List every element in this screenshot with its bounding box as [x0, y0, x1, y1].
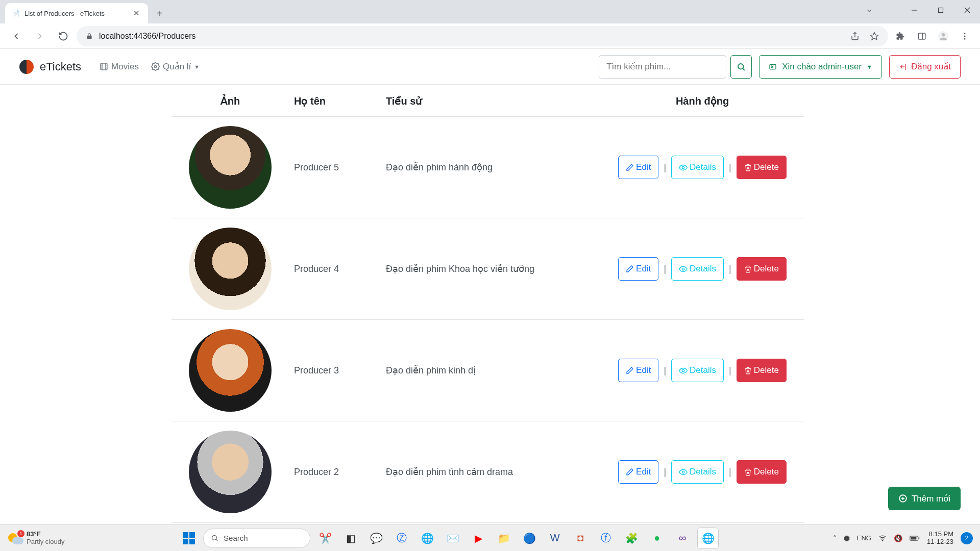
svg-point-27: [682, 369, 684, 371]
edit-button[interactable]: Edit: [618, 257, 658, 281]
svg-line-22: [743, 68, 745, 70]
address-bar[interactable]: localhost:44366/Producers: [77, 26, 888, 46]
taskbar-app-mail[interactable]: ✉️: [442, 528, 463, 549]
delete-button[interactable]: Delete: [737, 257, 787, 281]
edit-button[interactable]: Edit: [618, 460, 658, 484]
nav-manage-dropdown[interactable]: Quản lí ▼: [147, 58, 204, 75]
taskbar-app-chrome[interactable]: 🔵: [519, 528, 540, 549]
taskbar-app-taskview[interactable]: ◧: [340, 528, 361, 549]
weather-widget[interactable]: 1 83°F Partly cloudy: [0, 531, 64, 546]
th-actions: Hành động: [600, 85, 804, 117]
tray-security-icon[interactable]: ⬢: [844, 534, 850, 542]
taskbar-app-edge[interactable]: 🌐: [416, 528, 438, 549]
taskbar-app-explorer[interactable]: 📁: [493, 528, 514, 549]
taskbar-app-spotify[interactable]: ●: [646, 528, 668, 549]
producer-name: Producer 4: [289, 218, 381, 320]
producer-avatar: [189, 126, 272, 209]
film-icon: [100, 62, 108, 71]
minimize-button[interactable]: [901, 1, 927, 20]
details-button[interactable]: Details: [671, 156, 724, 179]
edit-button[interactable]: Edit: [618, 359, 658, 382]
taskbar-app-vs[interactable]: ∞: [672, 528, 693, 549]
close-window-button[interactable]: [954, 1, 980, 20]
wifi-icon[interactable]: [878, 534, 887, 542]
search-button[interactable]: [730, 55, 752, 79]
taskbar-app-powerpoint[interactable]: ◘: [570, 528, 591, 549]
forward-button[interactable]: [30, 26, 50, 46]
browser-tab[interactable]: 📄 List of Producers - eTickets ✕: [5, 3, 148, 23]
plus-circle-icon: [898, 494, 908, 503]
search-input[interactable]: [599, 55, 726, 79]
share-icon[interactable]: [850, 32, 860, 41]
kebab-menu-icon[interactable]: [955, 27, 974, 45]
taskbar-app-zalo[interactable]: Ⓩ: [391, 528, 412, 549]
eye-icon: [679, 163, 688, 172]
taskbar-search[interactable]: Search: [203, 529, 310, 548]
producer-avatar: [189, 431, 272, 513]
reload-button[interactable]: [53, 26, 74, 46]
svg-point-9: [942, 33, 945, 36]
svg-rect-1: [939, 8, 943, 13]
producer-bio: Đạo diễn phim Khoa học viễn tưởng: [381, 218, 600, 320]
close-tab-icon[interactable]: ✕: [131, 9, 142, 18]
taskbar-app-word[interactable]: W: [544, 528, 566, 549]
tray-chevron-icon[interactable]: ˄: [833, 534, 837, 542]
delete-button[interactable]: Delete: [737, 460, 787, 484]
user-menu-button[interactable]: Xin chào admin-user ▼: [759, 55, 882, 79]
notification-badge[interactable]: 2: [961, 532, 973, 544]
nav-movies[interactable]: Movies: [95, 59, 143, 75]
clock-time: 8:15 PM: [927, 531, 953, 538]
extensions-icon[interactable]: [891, 27, 910, 45]
svg-point-24: [771, 66, 773, 67]
details-button[interactable]: Details: [671, 359, 724, 382]
add-new-button[interactable]: Thêm mới: [888, 487, 961, 510]
taskbar-app-teams[interactable]: 💬: [365, 528, 387, 549]
taskbar-search-label: Search: [224, 534, 248, 542]
details-button[interactable]: Details: [671, 460, 724, 484]
th-bio: Tiểu sử: [381, 85, 600, 117]
trash-icon: [744, 265, 752, 273]
start-button[interactable]: [179, 528, 199, 548]
svg-point-34: [882, 540, 883, 541]
profile-icon[interactable]: [934, 27, 952, 45]
delete-button[interactable]: Delete: [737, 359, 787, 382]
taskbar-app-snip[interactable]: ✂️: [314, 528, 336, 549]
table-row: Producer 4 Đạo diễn phim Khoa học viễn t…: [172, 218, 804, 320]
logout-button[interactable]: Đăng xuất: [889, 55, 961, 79]
tab-title: List of Producers - eTickets: [24, 10, 127, 17]
clock[interactable]: 8:15 PM 11-12-23: [927, 531, 953, 546]
tray-lang[interactable]: ENG: [857, 534, 871, 542]
side-panel-icon[interactable]: [913, 27, 931, 45]
favicon-icon: 📄: [11, 9, 20, 18]
weather-badge: 1: [17, 530, 24, 537]
details-button[interactable]: Details: [671, 257, 724, 281]
taskbar-app-misc[interactable]: 🧩: [621, 528, 642, 549]
producer-bio: Đạo diễn phim kinh dị: [381, 320, 600, 421]
volume-icon[interactable]: 🔇: [894, 534, 902, 542]
bookmark-star-icon[interactable]: [870, 32, 879, 41]
maximize-button[interactable]: [928, 1, 953, 20]
svg-point-11: [964, 36, 966, 37]
back-button[interactable]: [6, 26, 27, 46]
battery-icon[interactable]: [910, 535, 920, 541]
brand[interactable]: eTickets: [19, 60, 81, 74]
id-card-icon: [769, 63, 777, 71]
svg-rect-23: [770, 64, 776, 69]
edit-button[interactable]: Edit: [618, 156, 658, 179]
app-navbar: eTickets Movies Quản lí ▼ Xin chào admin…: [0, 49, 980, 85]
tab-overflow-icon[interactable]: [866, 7, 873, 14]
taskbar-app-chrome-active[interactable]: 🌐: [697, 528, 719, 549]
svg-line-33: [216, 539, 217, 541]
th-photo: Ảnh: [172, 85, 289, 117]
separator: |: [664, 467, 666, 478]
weather-temp: 83°F: [27, 531, 64, 538]
taskbar-app-youtube[interactable]: ▶: [468, 528, 489, 549]
separator: |: [729, 467, 731, 478]
new-tab-button[interactable]: +: [151, 5, 168, 22]
taskbar-app-facebook[interactable]: ⓕ: [595, 528, 617, 549]
eye-icon: [679, 265, 688, 273]
delete-button[interactable]: Delete: [737, 156, 787, 179]
svg-point-25: [682, 166, 684, 168]
logout-icon: [899, 63, 907, 71]
pencil-icon: [626, 265, 634, 273]
